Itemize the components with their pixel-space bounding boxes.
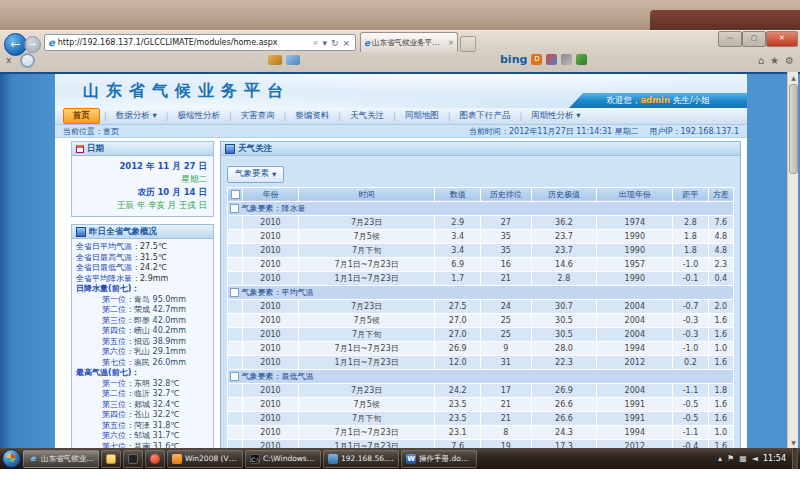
media-icon xyxy=(128,454,138,464)
table-row[interactable]: 20107月5候23.52126.61991-0.51.6 xyxy=(228,397,734,411)
nav-item-disaster-query[interactable]: 灾害查询 xyxy=(232,109,284,123)
tray-icon-hidden-icons[interactable]: ▴ xyxy=(718,454,722,463)
tray-icon-action-center-flag[interactable]: ⚑ xyxy=(727,454,734,463)
welcome-ribbon: 欢迎您，admin 先生/小姐 xyxy=(569,93,747,108)
close-button[interactable]: ✕ xyxy=(766,31,798,47)
task-button-red[interactable] xyxy=(145,450,165,468)
stop-icon[interactable]: × xyxy=(342,38,350,48)
refresh-icon[interactable]: ↻ xyxy=(331,38,339,48)
nav-item-product-download[interactable]: 图表下行产品 xyxy=(450,109,519,123)
task-button-cmd[interactable]: C:\C:\Windows\s... xyxy=(245,450,321,468)
blocked-content-icon[interactable] xyxy=(20,53,35,68)
table-cell: 1.6 xyxy=(708,355,733,369)
nav-item-periodic-analysis[interactable]: 周期性分析 ▾ xyxy=(522,109,589,123)
home-icon[interactable]: ⌂ xyxy=(758,55,764,66)
bing-bar-camera-icon[interactable] xyxy=(561,54,572,65)
task-button-ie[interactable]: e山东省气候业务平... xyxy=(23,450,99,468)
table-row[interactable]: 20107月23日2.92736.219742.87.6 xyxy=(228,215,734,229)
table-cell: 2012 xyxy=(597,355,673,369)
table-header-cell: 历史极值 xyxy=(531,187,597,201)
group-row[interactable]: 气象要素：最低气温 xyxy=(228,369,734,383)
table-row[interactable]: 20107月23日24.21726.92004-1.11.8 xyxy=(228,383,734,397)
rank-heading: 最高气温(前七)： xyxy=(76,368,209,379)
group-row[interactable]: 气象要素：降水量 xyxy=(228,201,734,215)
table-cell: 1.0 xyxy=(708,341,733,355)
url-text[interactable]: http://192.168.137.1/GLCCLIMATE/modules/… xyxy=(58,38,312,47)
table-row[interactable]: 20107月1日~7月23日26.9928.01994-1.01.0 xyxy=(228,341,734,355)
bing-bar-share-icon[interactable] xyxy=(576,54,587,65)
nav-item-data-analysis[interactable]: 数据分析 ▾ xyxy=(107,109,166,123)
nav-item-home[interactable]: 首页 xyxy=(63,108,100,124)
maximize-button[interactable]: ▢ xyxy=(742,31,766,47)
start-button[interactable] xyxy=(2,449,21,468)
rank-label: 第六位： xyxy=(102,347,134,356)
bing-bar-butterfly-icon[interactable] xyxy=(546,54,557,65)
tray-icon-network[interactable]: ▦ xyxy=(739,454,747,463)
scrollbar-thumb[interactable] xyxy=(789,84,798,174)
minimize-button[interactable]: — xyxy=(718,31,742,47)
task-button-media[interactable] xyxy=(123,450,143,468)
select-all-checkbox[interactable] xyxy=(231,190,240,199)
new-tab-button[interactable] xyxy=(460,36,476,52)
table-cell: 1991 xyxy=(597,411,673,425)
task-label: 山东省气候业务平... xyxy=(41,454,94,464)
table-row[interactable]: 20107月1日~7月23日23.1824.31994-1.11.0 xyxy=(228,425,734,439)
table-row[interactable]: 20107月23日27.52430.72004-0.72.0 xyxy=(228,299,734,313)
row-indent-cell xyxy=(228,341,243,355)
tray-icon-volume[interactable]: ◄ xyxy=(752,454,758,463)
expand-checkbox[interactable] xyxy=(230,372,239,381)
task-button-word[interactable]: W操作手册.docx ... xyxy=(401,450,477,468)
tools-icon[interactable]: ⚙ xyxy=(785,55,794,66)
table-row[interactable]: 20107月下旬23.52126.61991-0.51.6 xyxy=(228,411,734,425)
rank-heading: 日降水量(前七)： xyxy=(76,284,209,295)
table-row[interactable]: 20101月1日~7月23日12.03122.320120.21.6 xyxy=(228,355,734,369)
row-indent-cell xyxy=(228,439,243,448)
nav-item-extreme-analysis[interactable]: 极端性分析 xyxy=(168,109,229,123)
forward-button[interactable]: → xyxy=(24,36,41,53)
favorites-icon[interactable]: ★ xyxy=(770,55,779,66)
show-desktop-button[interactable] xyxy=(792,448,798,469)
nav-item-period-map[interactable]: 同期地图 xyxy=(396,109,448,123)
table-row[interactable]: 20107月下旬3.43523.719901.84.8 xyxy=(228,243,734,257)
expand-checkbox[interactable] xyxy=(230,204,239,213)
message-icon[interactable] xyxy=(286,55,300,65)
task-label: 192.168.56.99... xyxy=(341,454,394,463)
mail-icon[interactable] xyxy=(268,55,282,65)
table-cell: 1.6 xyxy=(708,327,733,341)
browser-tab[interactable]: e 山东省气候业务平... × xyxy=(360,32,458,52)
cmd-icon: C:\ xyxy=(250,454,260,464)
bing-logo[interactable]: bing xyxy=(500,53,527,66)
table-row[interactable]: 20107月下旬27.02530.52004-0.31.6 xyxy=(228,327,734,341)
table-cell: 26.6 xyxy=(531,411,597,425)
table-row[interactable]: 20107月5候3.43523.719901.84.8 xyxy=(228,229,734,243)
taskbar-clock[interactable]: 11:54 xyxy=(763,454,786,463)
nav-item-compiled-data[interactable]: 整编资料 xyxy=(286,109,338,123)
search-icon[interactable]: ⌕ xyxy=(313,37,318,48)
expand-checkbox[interactable] xyxy=(230,288,239,297)
bing-bar-orange-icon[interactable]: D xyxy=(531,54,542,65)
table-row[interactable]: 20107月5候27.02530.52004-0.31.6 xyxy=(228,313,734,327)
rank-value: 苍山 32.2℃ xyxy=(134,410,179,419)
letterbox-strip xyxy=(0,469,800,500)
page-scrollbar[interactable]: ▲ ▼ xyxy=(787,72,798,448)
address-bar[interactable]: e http://192.168.137.1/GLCCLIMATE/module… xyxy=(44,34,356,51)
task-button-remote[interactable]: 192.168.56.99... xyxy=(323,450,399,468)
rank-label: 第一位： xyxy=(102,295,134,304)
element-filter-button[interactable]: 气象要素 ▾ xyxy=(227,166,284,183)
table-cell: -0.1 xyxy=(673,271,708,285)
table-row[interactable]: 20101月1日~7月23日7.61917.32012-0.41.6 xyxy=(228,439,734,448)
table-cell: 2010 xyxy=(243,355,299,369)
tab-close-icon[interactable]: × xyxy=(448,38,454,47)
task-button-folder[interactable] xyxy=(101,450,121,468)
scroll-down-arrow[interactable]: ▼ xyxy=(788,437,799,448)
task-button-vm[interactable]: Win2008 (VS2... xyxy=(167,450,243,468)
nav-item-weather-focus[interactable]: 天气关注 xyxy=(341,109,393,123)
table-cell: -1.0 xyxy=(673,341,708,355)
addon-bar-close-icon[interactable]: x xyxy=(6,55,11,65)
weather-icon xyxy=(225,144,235,154)
scroll-up-arrow[interactable]: ▲ xyxy=(788,72,799,83)
chevron-down-icon[interactable]: ▾ xyxy=(322,38,327,48)
table-row[interactable]: 20101月1日~7月23日1.7212.81990-0.10.4 xyxy=(228,271,734,285)
table-row[interactable]: 20107月1日~7月23日6.91614.61957-1.02.3 xyxy=(228,257,734,271)
group-row[interactable]: 气象要素：平均气温 xyxy=(228,285,734,299)
